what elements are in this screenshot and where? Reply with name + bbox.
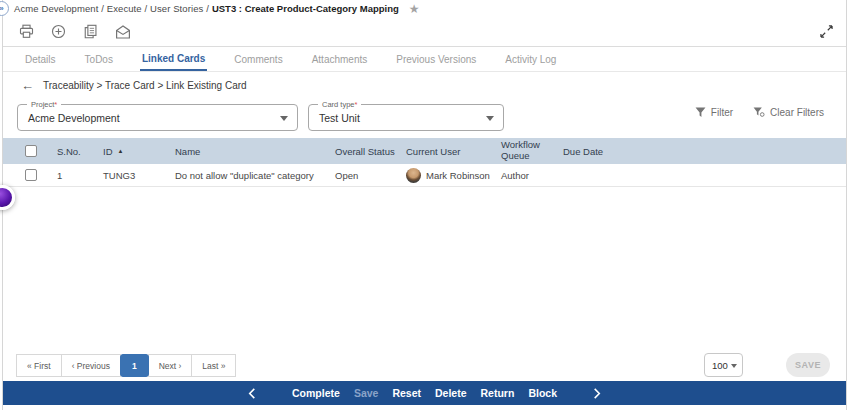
cell-overall-status: Open [335,170,406,181]
tab-attachments[interactable]: Attachments [310,47,370,71]
clear-filters-button[interactable]: Clear Filters [753,107,824,118]
linked-cards-table: S.No. ID ▲ Name Overall Status Current U… [3,138,846,187]
tab-linked-cards[interactable]: Linked Cards [140,47,207,71]
tab-details[interactable]: Details [23,47,58,71]
card-type-select-label: Card type* [318,100,361,109]
card-type-select-value: Test Unit [309,112,360,124]
action-complete[interactable]: Complete [292,387,340,399]
select-all-checkbox[interactable] [25,145,37,157]
pagination-row: « First ‹ Previous 1 Next › Last » 100 S… [3,352,846,378]
workflow-action-bar: Complete Save Reset Delete Return Block [3,381,846,405]
card-detail-panel: » Acme Development / Execute / User Stor… [2,0,847,410]
filter-row: Project* Acme Development Card type* Tes… [3,98,846,134]
caret-down-icon [486,116,494,121]
first-page-button[interactable]: « First [16,354,62,377]
cell-id: TUNG3 [103,170,175,181]
cell-workflow-queue: Author [501,170,563,181]
subnav-trail[interactable]: Traceability > Trace Card > Link Existin… [43,80,247,91]
column-header-sno[interactable]: S.No. [57,146,103,157]
page-size-value: 100 [705,360,728,371]
breadcrumb-current: UST3 : Create Product-Category Mapping [212,3,399,14]
tab-activity-log[interactable]: Activity Log [503,47,558,71]
card-type-select[interactable]: Card type* Test Unit [308,104,504,131]
column-header-id[interactable]: ID ▲ [103,146,175,157]
add-circle-icon[interactable] [51,24,66,39]
copy-icon[interactable] [83,24,98,39]
column-header-workflow-queue[interactable]: Workflow Queue [501,140,563,162]
last-page-button[interactable]: Last » [191,354,236,377]
action-return[interactable]: Return [481,387,515,399]
row-checkbox[interactable] [25,169,37,181]
required-asterisk: * [54,100,57,109]
page-size-select[interactable]: 100 [704,353,743,377]
project-select-value: Acme Development [18,112,120,124]
caret-down-icon [731,364,737,368]
filter-button[interactable]: Filter [695,107,733,118]
funnel-icon [695,107,706,118]
caret-down-icon [280,116,288,121]
breadcrumb-path[interactable]: Acme Development / Execute / User Storie… [14,3,209,14]
tab-comments[interactable]: Comments [232,47,284,71]
toolbar [3,17,846,47]
tab-todos[interactable]: ToDos [83,47,115,71]
project-select-label: Project* [27,100,61,109]
tab-previous-versions[interactable]: Previous Versions [394,47,478,71]
current-page-button[interactable]: 1 [120,354,149,377]
subnav: ← Traceability > Trace Card > Link Exist… [3,72,846,98]
next-page-button[interactable]: Next › [148,354,193,377]
action-save[interactable]: Save [354,387,379,399]
printer-icon[interactable] [19,24,34,39]
chevron-left-icon[interactable] [248,388,256,399]
star-icon[interactable]: ★ [409,3,420,15]
filter-actions: Filter Clear Filters [695,107,824,118]
expand-diagonal-icon[interactable] [820,24,833,42]
avatar [406,168,421,183]
project-select[interactable]: Project* Acme Development [17,104,298,131]
action-delete[interactable]: Delete [435,387,467,399]
save-button[interactable]: SAVE [786,353,830,377]
cell-sno: 1 [57,170,103,181]
chevron-right-icon[interactable] [593,388,601,399]
column-header-name[interactable]: Name [175,146,335,157]
email-icon[interactable] [115,25,131,39]
table-row[interactable]: 1 TUNG3 Do not allow "duplicate" categor… [3,164,846,187]
previous-page-button[interactable]: ‹ Previous [61,354,121,377]
back-arrow-icon[interactable]: ← [21,79,34,92]
cell-current-user: Mark Robinson [406,168,501,183]
funnel-clear-icon [753,107,765,118]
assistant-sphere-button[interactable] [0,185,15,210]
column-header-due-date[interactable]: Due Date [563,146,846,157]
pager: « First ‹ Previous 1 Next › Last » [17,354,236,377]
required-asterisk: * [355,100,358,109]
tab-bar: Details ToDos Linked Cards Comments Atta… [3,47,846,72]
action-reset[interactable]: Reset [392,387,421,399]
action-block[interactable]: Block [528,387,557,399]
cell-name: Do not allow "duplicate" category [175,170,335,181]
page: » Acme Development / Execute / User Stor… [0,0,850,410]
double-chevron-right-icon[interactable]: » [0,1,9,16]
column-header-overall-status[interactable]: Overall Status [335,146,406,157]
column-header-current-user[interactable]: Current User [406,146,501,157]
sort-ascending-icon: ▲ [118,148,124,154]
breadcrumb: » Acme Development / Execute / User Stor… [3,0,846,17]
table-header: S.No. ID ▲ Name Overall Status Current U… [3,138,846,164]
